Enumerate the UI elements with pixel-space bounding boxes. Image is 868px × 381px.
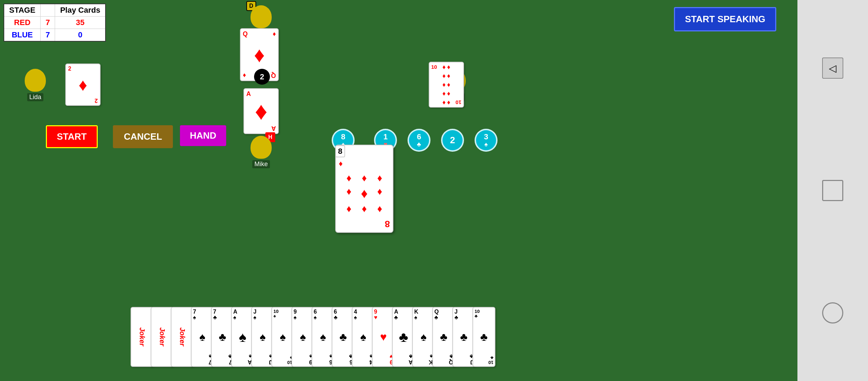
avatar-top (251, 5, 272, 28)
token-6-club[interactable]: 6 ♣ (408, 129, 430, 152)
circle-icon[interactable] (822, 302, 843, 323)
player-left-name: Lida (27, 93, 43, 101)
big-card-8-diamonds[interactable]: 8 ♦ ♦ ♦ ♦ ♦ ♦ ♦ ♦ ♦ ♦ 8 (335, 145, 393, 233)
hand-card-6c[interactable]: 6♣ ♣ 6♣ (332, 307, 355, 367)
blue-team-label: BLUE (4, 29, 41, 42)
hand-area: Joker Joker Joker 7♠ ♠ 7♠ 7♣ ♣ 7♣ A♠ ♠ A… (131, 307, 495, 367)
hand-card-9h[interactable]: 9♥ ♥ 9♥ (372, 307, 395, 367)
hand-card-9s[interactable]: 9♠ ♠ 9♠ (291, 307, 314, 367)
token-2[interactable]: 2 (441, 129, 464, 152)
game-area: STAGE Play Cards RED 7 35 BLUE 7 0 START… (0, 0, 797, 381)
blue-score-1: 7 (41, 29, 55, 42)
red-score-2: 35 (55, 17, 106, 29)
hand-card-10s[interactable]: 10♠ ♠ 10♠ (271, 307, 294, 367)
hand-card-7s[interactable]: 7♠ ♠ 7♠ (191, 307, 214, 367)
blue-score-2: 0 (55, 29, 106, 42)
score-table: STAGE Play Cards RED 7 35 BLUE 7 0 (4, 4, 106, 42)
hand-card-ac[interactable]: A♣ ♣ A♣ (392, 307, 415, 367)
hand-card-10c[interactable]: 10♣ ♣ 10♣ (472, 307, 495, 367)
back-icon[interactable]: ◁ (822, 58, 843, 79)
card-8-label: 8 (335, 145, 345, 157)
token-3-spade[interactable]: 3 ♠ (475, 129, 498, 152)
start-speaking-button[interactable]: START SPEAKING (674, 7, 776, 31)
stage-label: STAGE (4, 4, 41, 17)
player-left: Lida (25, 69, 46, 101)
avatar-left (25, 69, 46, 92)
right-panel: ◁ (797, 0, 868, 381)
cancel-button[interactable]: CANCEL (113, 125, 173, 148)
hand-button[interactable]: HAND (180, 125, 226, 146)
card-left[interactable]: 2 ♦ 2 (65, 64, 101, 106)
hand-card-js[interactable]: J♠ ♠ J♠ (251, 307, 274, 367)
hand-card-joker1[interactable]: Joker (131, 307, 153, 367)
hand-card-7c[interactable]: 7♣ ♣ 7♣ (211, 307, 234, 367)
hand-card-4s[interactable]: 4♠ ♠ 4♠ (352, 307, 375, 367)
hand-card-as[interactable]: A♠ ♠ A♠ (231, 307, 254, 367)
card-ace-diamonds[interactable]: A ♦ A (243, 88, 279, 134)
red-score-1: 7 (41, 17, 55, 29)
hand-card-jc[interactable]: J♣ ♣ J♣ (452, 307, 475, 367)
start-button[interactable]: START (46, 125, 98, 148)
hand-card-qc[interactable]: Q♣ ♣ Q♣ (432, 307, 455, 367)
hand-card-ks[interactable]: K♠ ♠ K♠ (412, 307, 435, 367)
center-badge: 2 (254, 69, 270, 85)
red-team-label: RED (4, 17, 41, 29)
play-cards-label: Play Cards (55, 4, 106, 17)
hand-card-joker2[interactable]: Joker (151, 307, 174, 367)
hand-card-6s[interactable]: 6♠ ♠ 6♠ (312, 307, 334, 367)
card-right[interactable]: 10 ♦♦♦♦♦♦♦♦♦♦ 10 (429, 62, 464, 108)
avatar-bottom (251, 136, 272, 159)
hand-card-joker3[interactable]: Joker (171, 307, 194, 367)
expand-icon[interactable] (822, 180, 843, 201)
player-bottom: H Mike (251, 136, 272, 168)
player-bottom-name: Mike (252, 160, 270, 168)
